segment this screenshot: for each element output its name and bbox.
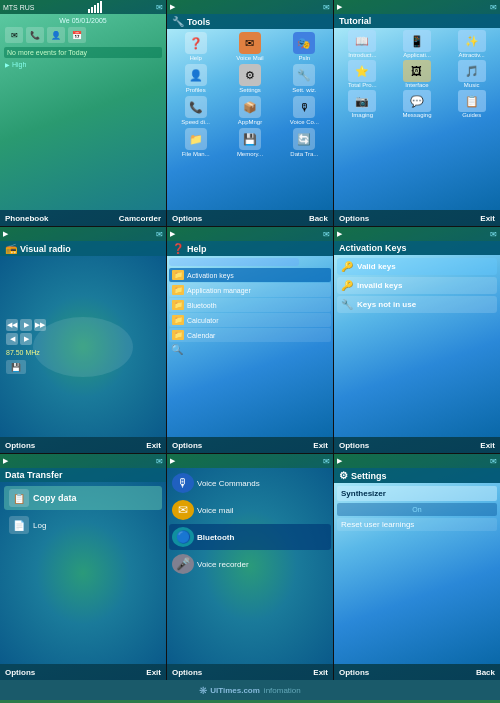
mts-body: We 05/01/2005 ✉ 📞 👤 📅 No more events for… xyxy=(0,14,166,210)
tut-interface[interactable]: 🖼 Interface xyxy=(391,60,444,88)
tool-settwiz[interactable]: 🔧 Sett. wiz. xyxy=(278,63,331,94)
play-button[interactable]: ▶ xyxy=(20,319,32,331)
tut-imaging[interactable]: 📷 Imaging xyxy=(336,90,389,118)
phonebook-button[interactable]: Phonebook xyxy=(5,214,49,223)
icon-phone[interactable]: 📞 xyxy=(26,27,44,43)
radio-options-button[interactable]: Options xyxy=(5,441,35,450)
tool-help[interactable]: ❓ Help xyxy=(169,31,222,62)
watermark: ❋ UITimes.com infomation xyxy=(0,680,500,700)
help-item-activation[interactable]: 📁 Activation keys xyxy=(169,268,331,282)
tut-applicati[interactable]: 📱 Applicati... xyxy=(391,30,444,58)
vc-mail-label: Voice mail xyxy=(197,506,233,515)
cell-settings: ▶ ✉ ⚙ Settings Synthesizer On Reset user… xyxy=(334,454,500,680)
vc-commands-label: Voice Commands xyxy=(197,479,260,488)
tools-options-button[interactable]: Options xyxy=(172,214,202,223)
icon-envelope[interactable]: ✉ xyxy=(5,27,23,43)
help-body: 📁 Activation keys 📁 Application manager … xyxy=(167,256,333,437)
settwiz-label: Sett. wiz. xyxy=(292,87,316,93)
radio-exit-button[interactable]: Exit xyxy=(146,441,161,450)
settings-back-button[interactable]: Back xyxy=(476,668,495,677)
icon-contacts[interactable]: 👤 xyxy=(47,27,65,43)
icon-calendar[interactable]: 📅 xyxy=(68,27,86,43)
help-options-button[interactable]: Options xyxy=(172,441,202,450)
tut-exit-button[interactable]: Exit xyxy=(480,214,495,223)
ak-valid-keys[interactable]: 🔑 Valid keys xyxy=(337,258,497,275)
messaging-icon: 💬 xyxy=(403,90,431,112)
next-channel-button[interactable]: ▶▶ xyxy=(34,319,46,331)
tool-voicemail[interactable]: ✉ Voice Mail xyxy=(223,31,276,62)
dt-options-button[interactable]: Options xyxy=(5,668,35,677)
cell9-footer: Options Back xyxy=(334,664,500,680)
cell2-footer: Options Back xyxy=(167,210,333,226)
invalid-keys-label: Invalid keys xyxy=(357,281,402,290)
ak-exit-button[interactable]: Exit xyxy=(480,441,495,450)
tut-messaging[interactable]: 💬 Messaging xyxy=(391,90,444,118)
settings-synthesizer[interactable]: Synthesizer xyxy=(337,486,497,501)
tut-music[interactable]: 🎵 Music xyxy=(445,60,498,88)
vc-voice-recorder[interactable]: 🎤 Voice recorder xyxy=(169,551,331,577)
radio-frequency: 87.50 MHz xyxy=(6,347,160,358)
tool-speeddi[interactable]: 📞 Speed di... xyxy=(169,95,222,126)
tut-introduct[interactable]: 📖 Introduct... xyxy=(336,30,389,58)
vc-options-button[interactable]: Options xyxy=(172,668,202,677)
voiceco-label: Voice Co... xyxy=(290,119,319,125)
dt-exit-button[interactable]: Exit xyxy=(146,668,161,677)
prev-channel-button[interactable]: ◀◀ xyxy=(6,319,18,331)
cell5-footer: Options Exit xyxy=(167,437,333,453)
help-item-appmanager[interactable]: 📁 Application manager xyxy=(169,283,331,297)
dt-log[interactable]: 📄 Log xyxy=(4,513,162,537)
help-item-bluetooth[interactable]: 📁 Bluetooth xyxy=(169,298,331,312)
tut-attractiv[interactable]: ✨ Attractiv... xyxy=(445,30,498,58)
radio-buttons-row1: ◀◀ ▶ ▶▶ xyxy=(6,319,160,331)
tut-totalpro[interactable]: ⭐ Total Pro... xyxy=(336,60,389,88)
tools-back-button[interactable]: Back xyxy=(309,214,328,223)
envelope-icon-8: ✉ xyxy=(323,457,330,466)
vc-voice-mail[interactable]: ✉ Voice mail xyxy=(169,497,331,523)
profiles-label: Profiles xyxy=(186,87,206,93)
radio-body: ◀◀ ▶ ▶▶ ◀ ▶ 87.50 MHz 💾 xyxy=(0,256,166,437)
radio-buttons-row2: ◀ ▶ xyxy=(6,333,160,345)
tool-appmngr[interactable]: 📦 AppMngr xyxy=(223,95,276,126)
prev-freq-button[interactable]: ◀ xyxy=(6,333,18,345)
tool-datatra[interactable]: 🔄 Data Tra... xyxy=(278,127,331,158)
tool-voiceco[interactable]: 🎙 Voice Co... xyxy=(278,95,331,126)
tool-profiles[interactable]: 👤 Profiles xyxy=(169,63,222,94)
help-item-calculator[interactable]: 📁 Calculator xyxy=(169,313,331,327)
dt-copy-data[interactable]: 📋 Copy data xyxy=(4,486,162,510)
cell-help: ▶ ✉ ❓ Help 📁 Activation keys 📁 Applicati… xyxy=(167,227,333,453)
tut-guides[interactable]: 📋 Guides xyxy=(445,90,498,118)
camcorder-button[interactable]: Camcorder xyxy=(119,214,161,223)
settings-options-button[interactable]: Options xyxy=(339,668,369,677)
cell7-footer: Options Exit xyxy=(0,664,166,680)
radio-save-button[interactable]: 💾 xyxy=(6,360,26,374)
search-icon: 🔍 xyxy=(171,344,183,355)
imaging-icon: 📷 xyxy=(348,90,376,112)
music-label: Music xyxy=(464,82,480,88)
tool-settings[interactable]: ⚙ Settings xyxy=(223,63,276,94)
ak-invalid-keys[interactable]: 🔑 Invalid keys xyxy=(337,277,497,294)
tools-icon: 🔧 xyxy=(172,16,184,27)
vc-voice-commands[interactable]: 🎙 Voice Commands xyxy=(169,470,331,496)
interface-icon: 🖼 xyxy=(403,60,431,82)
tool-psln[interactable]: 🎭 Psln xyxy=(278,31,331,62)
valid-keys-label: Valid keys xyxy=(357,262,396,271)
vc-exit-button[interactable]: Exit xyxy=(313,668,328,677)
vc-list: 🎙 Voice Commands ✉ Voice mail 🔵 Bluetoot… xyxy=(169,470,331,577)
tut-options-button[interactable]: Options xyxy=(339,214,369,223)
help-exit-button[interactable]: Exit xyxy=(313,441,328,450)
ak-keys-not-in-use[interactable]: 🔧 Keys not in use xyxy=(337,296,497,313)
tool-fileman[interactable]: 📁 File Man... xyxy=(169,127,222,158)
help-item-calendar[interactable]: 📁 Calendar xyxy=(169,328,331,342)
ak-options-button[interactable]: Options xyxy=(339,441,369,450)
folder-icon-3: 📁 xyxy=(172,300,184,310)
settings-label: Settings xyxy=(239,87,261,93)
tool-memory[interactable]: 💾 Memory... xyxy=(223,127,276,158)
vc-bluetooth[interactable]: 🔵 Bluetooth xyxy=(169,524,331,550)
signal-strength xyxy=(88,1,102,13)
help-item-label-1: Activation keys xyxy=(187,272,234,279)
datatra-icon: 🔄 xyxy=(293,128,315,150)
next-freq-button[interactable]: ▶ xyxy=(20,333,32,345)
help-item-label-3: Bluetooth xyxy=(187,302,217,309)
guides-icon: 📋 xyxy=(458,90,486,112)
settings-reset[interactable]: Reset user learnings xyxy=(337,518,497,531)
